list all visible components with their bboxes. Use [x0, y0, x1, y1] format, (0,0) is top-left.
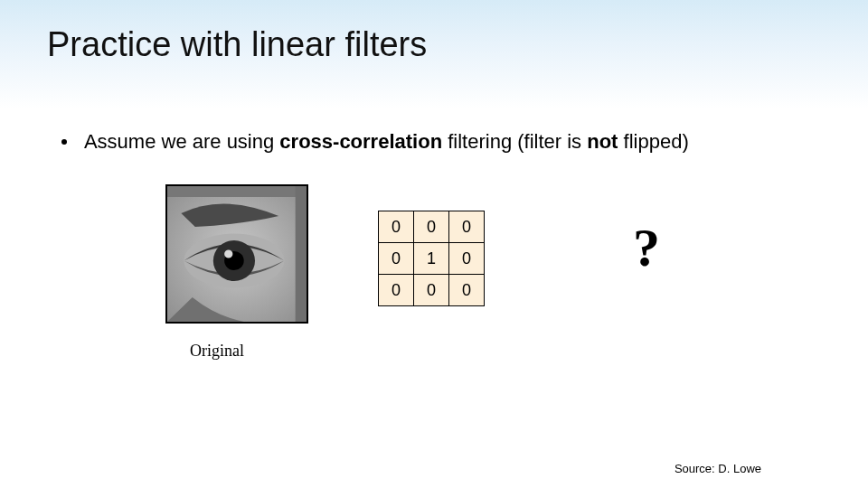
- kernel-cell: 1: [414, 243, 449, 275]
- svg-rect-2: [296, 186, 307, 322]
- eye-sketch-icon: [167, 186, 307, 322]
- original-image: [165, 184, 308, 324]
- kernel-cell: 0: [379, 211, 414, 243]
- kernel-cell: 0: [449, 211, 485, 243]
- bullet-dot-icon: [61, 139, 67, 145]
- kernel-cell: 0: [379, 275, 414, 306]
- image-caption: Original: [190, 342, 244, 361]
- source-credit: Source: D. Lowe: [675, 462, 761, 475]
- bullet-bold-cross-correlation: cross-correlation: [279, 130, 442, 153]
- question-mark: ?: [633, 217, 660, 279]
- bullet-text-mid: filtering (filter is: [442, 130, 587, 153]
- kernel-cell: 0: [379, 243, 414, 275]
- bullet-line: Assume we are using cross-correlation fi…: [61, 130, 689, 154]
- table-row: 0 0 0: [379, 211, 485, 243]
- bullet-bold-not: not: [587, 130, 618, 153]
- kernel-cell: 0: [414, 275, 449, 306]
- slide-title: Practice with linear filters: [47, 25, 427, 64]
- bullet-text-suffix: flipped): [618, 130, 688, 153]
- table-row: 0 0 0: [379, 275, 485, 306]
- svg-rect-1: [167, 186, 307, 197]
- filter-kernel-grid: 0 0 0 0 1 0 0 0 0: [378, 211, 485, 306]
- table-row: 0 1 0: [379, 243, 485, 275]
- bullet-text-prefix: Assume we are using: [84, 130, 279, 153]
- kernel-cell: 0: [414, 211, 449, 243]
- kernel-cell: 0: [449, 275, 485, 306]
- kernel-cell: 0: [449, 243, 485, 275]
- svg-point-6: [224, 250, 232, 258]
